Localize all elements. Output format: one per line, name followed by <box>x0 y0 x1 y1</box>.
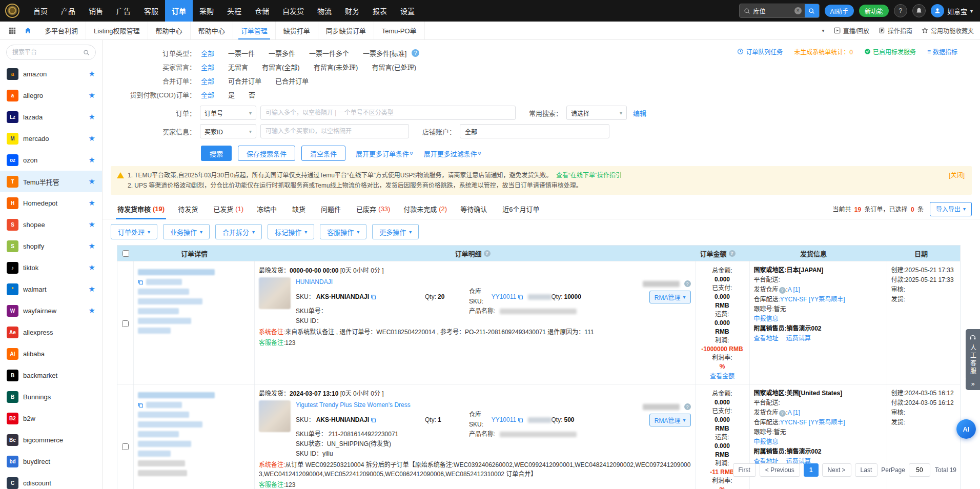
filter-option[interactable]: 有留言(已处理) <box>372 62 416 72</box>
ai-fab-button[interactable]: AI <box>956 419 976 439</box>
main-menu-item[interactable]: 采购 <box>193 0 220 22</box>
bulk-action-button[interactable]: 业务操作 ▾ <box>163 224 210 239</box>
bulk-action-button[interactable]: 标记操作 ▾ <box>268 224 314 239</box>
shipping-fee-calc-link[interactable]: 运费试算 <box>786 335 811 342</box>
view-address-link[interactable]: 查看地址 <box>754 335 779 342</box>
status-tab[interactable]: 近6个月订单 <box>496 199 548 219</box>
workspace-tab[interactable]: 多平台利润 <box>37 22 86 39</box>
filter-option[interactable]: 全部 <box>201 90 214 99</box>
main-menu-item[interactable]: 订单 <box>165 0 193 22</box>
sidebar-platform-item[interactable]: * walmart ★ <box>0 278 102 300</box>
platform-search-input[interactable] <box>12 49 80 56</box>
status-tab[interactable]: 已废弃 (33) <box>350 199 397 219</box>
search-button[interactable]: 搜索 <box>201 146 232 161</box>
workspace-tab[interactable]: 订单管理 <box>233 22 276 39</box>
filter-option[interactable]: 一票一件多个 <box>309 48 349 58</box>
warehouse-link[interactable]: A [1] <box>788 409 800 416</box>
favorite-star-icon[interactable]: ★ <box>89 69 95 78</box>
search-icon[interactable] <box>83 49 90 56</box>
user-menu[interactable]: 如意宝 ▾ <box>931 4 973 17</box>
status-tab[interactable]: 付款未完成 (2) <box>397 199 454 219</box>
bulk-action-button[interactable]: 合并拆分 ▾ <box>215 224 262 239</box>
status-tab[interactable]: 待发货审核 (19) <box>111 199 171 219</box>
sidebar-platform-item[interactable]: M mercado ★ <box>0 128 102 149</box>
rma-button[interactable]: RMA管理 ▾ <box>649 414 691 426</box>
rma-button[interactable]: RMA管理 ▾ <box>649 291 691 303</box>
help-icon[interactable]: ? <box>729 250 736 257</box>
page-number-button[interactable]: 1 <box>804 463 819 477</box>
clear-search-icon[interactable]: × <box>794 7 802 14</box>
sidebar-platform-item[interactable]: C cdiscount <box>0 472 102 489</box>
online-order-guide-link[interactable]: 查看“在线下单”操作指引 <box>556 172 622 179</box>
filter-option[interactable]: 否 <box>249 90 255 99</box>
sidebar-platform-item[interactable]: B Bunnings <box>0 386 102 408</box>
sidebar-platform-item[interactable]: bd buydirect <box>0 451 102 472</box>
buyer-id-input[interactable] <box>260 124 409 138</box>
main-menu-item[interactable]: 首页 <box>27 0 54 22</box>
select-all-checkbox[interactable] <box>122 250 129 257</box>
main-menu-item[interactable]: 销售 <box>82 0 110 22</box>
product-title-link[interactable]: HUNIANDAJI <box>296 277 333 287</box>
status-tab[interactable]: 问题件 <box>314 199 350 219</box>
status-tab[interactable]: 待发货 <box>171 199 207 219</box>
common-search-select[interactable]: 请选择 ▾ <box>566 106 627 120</box>
distribution-link[interactable]: YYCN-SF [YY菜鸟顺丰] <box>780 296 845 303</box>
ungenerated-stats-link[interactable]: 未生成系统单统计：0 <box>794 47 853 56</box>
sidebar-platform-item[interactable]: B2 b2w <box>0 408 102 429</box>
first-page-button[interactable]: First <box>733 463 756 477</box>
save-search-button[interactable]: 保存搜索条件 <box>238 146 295 161</box>
warehouse-sku-link[interactable]: YY10011 <box>492 415 517 425</box>
copy-icon[interactable] <box>138 402 144 408</box>
customer-service-tab[interactable]: 人工客服 <box>966 329 980 380</box>
operation-guide-link[interactable]: 操作指南 <box>879 26 912 35</box>
main-menu-item[interactable]: 设置 <box>394 0 421 22</box>
order-type-select[interactable]: 订单号 ▾ <box>200 106 256 120</box>
main-menu-item[interactable]: 财务 <box>338 0 366 22</box>
favorite-star-icon[interactable]: ★ <box>89 177 95 186</box>
main-menu-item[interactable]: 仓储 <box>248 0 276 22</box>
bulk-action-button[interactable]: 更多操作 ▾ <box>372 224 419 239</box>
status-tab[interactable]: 冻结中 <box>250 199 285 219</box>
bulk-action-button[interactable]: 订单处理 ▾ <box>111 224 157 239</box>
warehouse-link[interactable]: A [1] <box>788 286 800 293</box>
filter-option[interactable]: 全部 <box>201 48 214 58</box>
order-number-input[interactable] <box>260 106 516 120</box>
copy-icon[interactable] <box>371 417 376 423</box>
help-icon[interactable]: ? <box>484 250 491 257</box>
sidebar-platform-item[interactable]: a allegro ★ <box>0 85 102 106</box>
main-menu-item[interactable]: 自发货 <box>276 0 311 22</box>
filter-option[interactable]: 全部 <box>201 62 214 72</box>
main-menu-item[interactable]: 产品 <box>54 0 82 22</box>
favorite-star-icon[interactable]: ★ <box>89 263 95 272</box>
app-logo[interactable] <box>5 4 19 18</box>
perpage-input[interactable] <box>909 463 930 477</box>
favorite-star-icon[interactable]: ★ <box>89 91 95 100</box>
workspace-tab[interactable]: Listing权限管理 <box>86 22 148 39</box>
collapse-panel-button[interactable]: » <box>966 377 980 390</box>
order-select-checkbox[interactable] <box>122 391 129 489</box>
notification-bell-icon[interactable] <box>912 4 926 17</box>
shop-account-input[interactable] <box>460 124 609 138</box>
filter-option[interactable]: 是 <box>228 90 235 99</box>
last-page-button[interactable]: Last <box>855 463 878 477</box>
filter-option[interactable]: 有留言(全部) <box>262 62 300 72</box>
sidebar-platform-item[interactable]: W wayfairnew ★ <box>0 300 102 321</box>
sidebar-platform-item[interactable]: ♪ tiktok ★ <box>0 257 102 278</box>
sidebar-platform-item[interactable]: B backmarket <box>0 364 102 386</box>
home-icon[interactable] <box>22 25 34 37</box>
apps-grid-icon[interactable] <box>6 25 18 37</box>
help-icon[interactable]: ? <box>412 49 419 57</box>
sidebar-platform-item[interactable]: a amazon ★ <box>0 63 102 85</box>
filter-option[interactable]: 一票一件 <box>228 48 255 58</box>
favorite-star-icon[interactable]: ★ <box>89 306 95 315</box>
warehouse-help-icon[interactable]: ? <box>779 287 786 294</box>
sidebar-platform-item[interactable]: Ae aliexpress <box>0 321 102 343</box>
status-tab[interactable]: 缺货 <box>285 199 314 219</box>
help-icon[interactable]: ? <box>894 4 907 17</box>
favorite-star-icon[interactable]: ★ <box>89 241 95 251</box>
sidebar-platform-item[interactable]: oz ozon ★ <box>0 149 102 171</box>
tabs-overflow-chevron-icon[interactable]: ▾ <box>822 28 825 33</box>
copy-icon[interactable] <box>518 294 523 300</box>
declare-info-link[interactable]: 申报信息 <box>754 438 779 445</box>
filter-option[interactable]: 一票多件[标准] <box>363 48 406 58</box>
